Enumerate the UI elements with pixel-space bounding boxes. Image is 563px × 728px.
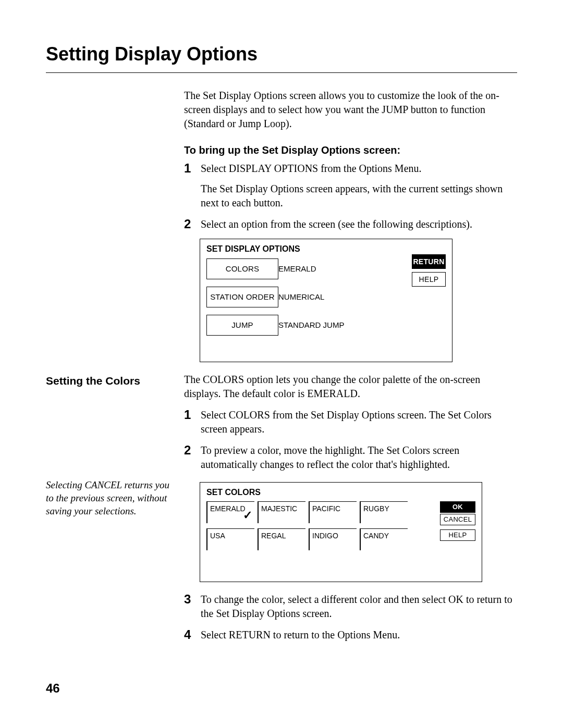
color-pacific[interactable]: PACIFIC bbox=[309, 501, 357, 523]
intro-paragraph: The Set Display Options screen allows yo… bbox=[184, 89, 517, 131]
ok-button[interactable]: OK bbox=[440, 501, 475, 513]
sec2-step-2-text: To preview a color, move the highlight. … bbox=[201, 445, 459, 470]
sec2-step-3-text: To change the color, select a different … bbox=[201, 594, 512, 619]
sec2-step-1-text: Select COLORS from the Set Display Optio… bbox=[201, 409, 492, 435]
title-rule bbox=[46, 72, 517, 73]
step-2: Select an option from the screen (see th… bbox=[184, 217, 517, 231]
sec2-step-4-text: Select RETURN to return to the Options M… bbox=[201, 629, 400, 640]
sec2-step-3: To change the color, select a different … bbox=[184, 593, 517, 621]
page-title: Setting Display Options bbox=[46, 42, 517, 67]
color-usa[interactable]: USA bbox=[206, 528, 254, 550]
jump-button[interactable]: JUMP bbox=[206, 315, 278, 336]
check-icon: ✓ bbox=[243, 508, 252, 523]
station-order-value: NUMERICAL bbox=[278, 287, 344, 307]
color-rugby[interactable]: RUGBY bbox=[360, 501, 408, 523]
color-majestic[interactable]: MAJESTIC bbox=[258, 501, 305, 523]
color-label: EMERALD bbox=[210, 504, 246, 513]
colors-button[interactable]: COLORS bbox=[206, 258, 278, 279]
help-button[interactable]: HELP bbox=[412, 272, 446, 287]
howto-heading: To bring up the Set Display Options scre… bbox=[184, 143, 517, 157]
page-number: 46 bbox=[46, 680, 60, 697]
set-colors-panel: SET COLORS EMERALD ✓ MAJESTIC PACIFIC RU… bbox=[200, 482, 482, 582]
jump-value: STANDARD JUMP bbox=[278, 315, 344, 336]
color-regal[interactable]: REGAL bbox=[258, 528, 305, 550]
section-heading: Setting the Colors bbox=[46, 374, 176, 388]
panel2-title: SET COLORS bbox=[200, 483, 482, 498]
colors-value: EMERALD bbox=[278, 258, 344, 279]
cancel-button[interactable]: CANCEL bbox=[440, 514, 475, 525]
set-display-options-panel: SET DISPLAY OPTIONS COLORS EMERALD STATI… bbox=[200, 239, 452, 363]
station-order-button[interactable]: STATION ORDER bbox=[206, 287, 278, 307]
step-1-text: Select DISPLAY OPTIONS from the Options … bbox=[201, 163, 422, 174]
color-candy[interactable]: CANDY bbox=[360, 528, 408, 550]
return-button[interactable]: RETURN bbox=[412, 254, 446, 269]
step-1: Select DISPLAY OPTIONS from the Options … bbox=[184, 162, 517, 210]
sec2-step-4: Select RETURN to return to the Options M… bbox=[184, 628, 517, 642]
help-button-2[interactable]: HELP bbox=[440, 529, 475, 541]
step-2-text: Select an option from the screen (see th… bbox=[201, 218, 472, 230]
sec2-step-2: To preview a color, move the highlight. … bbox=[184, 443, 517, 472]
step-1-sub: The Set Display Options screen appears, … bbox=[201, 182, 517, 210]
section2-para: The COLORS option lets you change the co… bbox=[184, 373, 517, 401]
sec2-step-1: Select COLORS from the Set Display Optio… bbox=[184, 408, 517, 436]
panel1-title: SET DISPLAY OPTIONS bbox=[200, 239, 452, 255]
margin-note: Selecting CANCEL returns you to the prev… bbox=[46, 479, 176, 517]
color-emerald[interactable]: EMERALD ✓ bbox=[206, 501, 254, 523]
color-indigo[interactable]: INDIGO bbox=[309, 528, 357, 550]
